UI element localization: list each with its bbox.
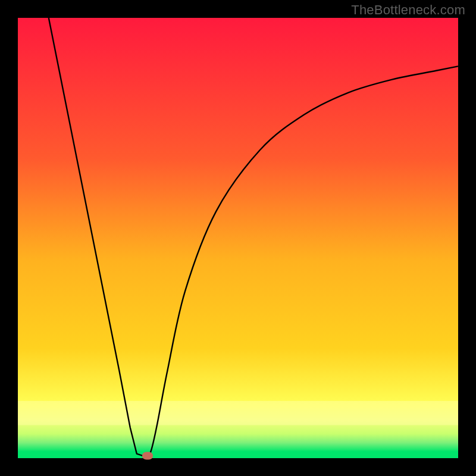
watermark-text: TheBottleneck.com xyxy=(351,2,465,18)
chart-frame xyxy=(18,18,458,458)
highlight-marker xyxy=(142,452,153,460)
chart-gradient-background xyxy=(18,18,458,458)
